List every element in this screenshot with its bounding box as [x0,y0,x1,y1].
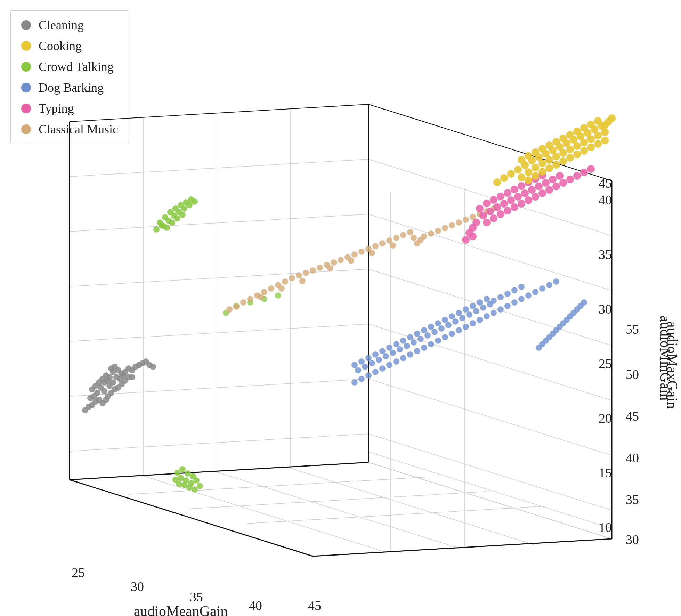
point-cleaning [87,395,94,401]
point-classical [358,249,365,255]
point-classical [296,272,302,278]
z-tick-55: 55 [626,322,639,337]
point-dog-barking [484,313,490,319]
point-classical [348,258,354,264]
point-classical [317,265,323,271]
point-cooking [500,174,508,182]
point-typing [528,186,536,194]
point-typing [535,183,543,190]
point-cooking [608,114,616,122]
point-typing [559,179,567,187]
point-dog-barking [414,348,420,354]
point-classical [442,225,448,231]
point-typing [490,214,497,222]
point-dog-barking [491,298,497,304]
point-classical [393,235,399,241]
point-crowd-talking-low [197,483,203,489]
point-classical [372,243,379,249]
point-dog-barking [421,345,427,351]
svg-line-21 [70,434,368,451]
point-typing [521,189,529,197]
point-classical [331,259,337,266]
point-typing [504,189,511,197]
point-dog-barking [421,327,427,333]
point-cleaning [150,364,156,370]
x-tick-30: 30 [131,579,144,594]
point-cooking [573,151,581,158]
point-typing [587,165,595,173]
point-dog-barking [411,339,417,346]
scatter-plot-3d: 25 30 35 40 45 audioMeanGain 30 35 40 45… [0,0,681,616]
point-cooking [601,128,609,136]
point-dog-barking [428,341,434,347]
point-classical [240,299,246,306]
point-cooking [525,176,532,184]
point-dog-barking [355,367,361,373]
point-dog-barking [386,362,392,368]
point-cooking [566,146,574,153]
point-classical [390,242,396,249]
point-dog-barking [435,320,441,326]
point-typing [542,179,550,187]
point-cleaning [110,379,116,386]
point-cooking [521,161,529,169]
point-typing [476,205,484,212]
point-cooking [538,160,546,167]
point-typing [545,186,553,194]
point-cleaning [129,374,135,380]
point-crowd-talking [186,202,193,208]
point-typing [538,189,546,197]
y-tick-25: 25 [599,356,612,371]
point-dog-barking [581,299,587,306]
point-classical [310,267,316,274]
point-dog-barking [449,313,455,319]
point-crowd-talking-low [192,486,198,493]
point-dog-barking [369,360,375,366]
point-classical [247,296,253,302]
point-crowd-talking-low [193,477,200,484]
point-classical [463,217,469,223]
point-dog-barking [365,372,372,379]
svg-line-42 [70,104,368,122]
point-cooking [538,168,546,176]
point-cooking [507,170,515,178]
point-dog-barking [470,303,476,309]
svg-line-39 [70,462,368,480]
point-dog-barking [553,278,559,285]
point-typing [525,196,532,204]
point-dog-barking [459,315,465,321]
point-classical [233,303,240,310]
point-cleaning [89,386,95,392]
point-dog-barking [351,379,358,386]
point-typing [483,219,491,226]
point-dog-barking [386,345,392,351]
point-dog-barking [473,308,479,314]
point-crowd-talking [174,215,180,221]
x-axis-label: audioMeanGain [134,603,228,616]
point-dog-barking [480,305,486,311]
point-cooking [493,178,501,186]
z-tick-30: 30 [626,532,639,547]
point-dog-barking [358,376,365,382]
point-dog-barking [504,291,511,297]
point-cooking [525,168,532,176]
point-typing [580,169,588,176]
svg-line-31 [368,159,612,236]
point-dog-barking [376,357,382,363]
point-dog-barking [438,325,445,332]
point-crowd-talking-low [174,470,180,476]
point-cleaning [82,407,88,413]
point-crowd-talking [164,225,170,231]
point-classical [268,285,274,292]
point-dog-barking [532,289,538,295]
point-dog-barking [407,351,413,358]
svg-line-41 [313,539,612,556]
point-dog-barking [393,358,399,365]
point-cooking [573,142,581,150]
point-typing [511,186,518,193]
point-dog-barking [466,311,472,318]
point-cleaning [101,388,107,394]
point-classical [400,232,406,238]
point-cooking [532,164,539,171]
point-dog-barking [491,310,497,316]
